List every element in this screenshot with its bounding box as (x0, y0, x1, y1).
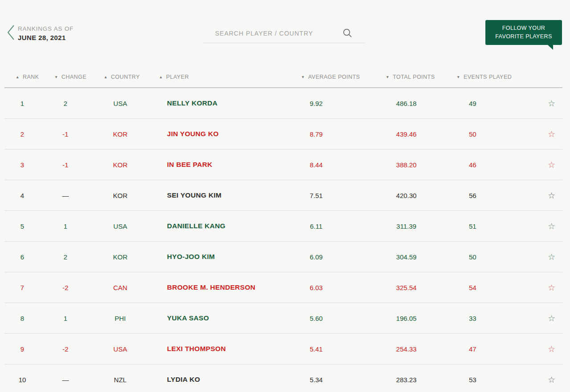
country-cell: KOR (91, 161, 150, 169)
favorite-star-button[interactable]: ☆ (548, 161, 555, 169)
column-header-average-points[interactable]: ▼ AVERAGE POINTS (289, 67, 356, 87)
total-points-cell: 304.59 (356, 253, 456, 261)
rank-cell: 3 (4, 161, 40, 169)
player-cell: HYO-JOO KIM (150, 253, 289, 261)
country-cell: NZL (91, 376, 150, 384)
column-header-label: PLAYER (166, 74, 189, 80)
favorite-star-button[interactable]: ☆ (548, 191, 555, 200)
player-cell: NELLY KORDA (150, 99, 289, 107)
average-points-cell: 7.51 (289, 192, 356, 199)
rankings-as-of-label: RANKINGS AS OF (18, 26, 73, 32)
events-played-cell: 49 (456, 100, 530, 107)
sort-asc-icon: ▲ (104, 75, 108, 79)
change-cell: -2 (40, 345, 91, 353)
column-header-total-points[interactable]: ▼ TOTAL POINTS (356, 67, 456, 87)
favorite-cell: ☆ (530, 283, 562, 292)
sort-desc-icon: ▼ (301, 75, 305, 79)
rank-cell: 5 (4, 222, 40, 230)
change-cell: — (40, 376, 91, 384)
country-cell: USA (91, 345, 150, 353)
favorite-cell: ☆ (530, 99, 562, 108)
table-row[interactable]: 6 2 KOR HYO-JOO KIM 6.09 304.59 50 ☆ (4, 241, 562, 272)
rankings-page: RANKINGS AS OF JUNE 28, 2021 FOLLOW YOUR… (0, 0, 570, 392)
player-cell: YUKA SASO (150, 314, 289, 322)
change-cell: 2 (40, 100, 91, 107)
country-cell: KOR (91, 192, 150, 199)
rankings-table: ▲ RANK ▼ CHANGE ▲ COUNTRY ▲ PLAYER ▼ AVE… (4, 67, 562, 392)
column-header-favorite (530, 67, 562, 87)
favorite-star-button[interactable]: ☆ (548, 222, 555, 230)
table-row[interactable]: 10 — NZL LYDIA KO 5.34 283.23 53 ☆ (4, 364, 562, 392)
player-cell: JIN YOUNG KO (150, 130, 289, 138)
search-field (203, 25, 365, 43)
column-header-label: EVENTS PLAYED (464, 74, 512, 80)
favorite-cell: ☆ (530, 376, 562, 384)
country-cell: USA (91, 100, 150, 107)
favorite-star-button[interactable]: ☆ (548, 130, 555, 138)
back-button[interactable] (5, 24, 17, 41)
column-header-label: CHANGE (61, 74, 86, 80)
column-header-rank[interactable]: ▲ RANK (4, 67, 40, 87)
total-points-cell: 420.30 (356, 192, 456, 199)
column-header-change[interactable]: ▼ CHANGE (40, 67, 91, 87)
favorite-cell: ☆ (530, 314, 562, 323)
search-input[interactable] (203, 25, 365, 43)
player-cell: IN BEE PARK (150, 161, 289, 169)
column-header-events-played[interactable]: ▼ EVENTS PLAYED (456, 67, 530, 87)
favorite-star-button[interactable]: ☆ (548, 99, 555, 108)
favorite-star-button[interactable]: ☆ (548, 283, 555, 292)
total-points-cell: 388.20 (356, 161, 456, 169)
total-points-cell: 486.18 (356, 100, 456, 107)
events-played-cell: 47 (456, 345, 530, 353)
favorite-star-button[interactable]: ☆ (548, 253, 555, 261)
column-header-label: AVERAGE POINTS (308, 74, 360, 80)
player-cell: LYDIA KO (150, 376, 289, 384)
table-row[interactable]: 1 2 USA NELLY KORDA 9.92 486.18 49 ☆ (4, 88, 562, 118)
country-cell: USA (91, 222, 150, 230)
total-points-cell: 283.23 (356, 376, 456, 384)
favorite-cell: ☆ (530, 130, 562, 138)
column-header-country[interactable]: ▲ COUNTRY (91, 67, 150, 87)
table-row[interactable]: 7 -2 CAN BROOKE M. HENDERSON 6.03 325.54… (4, 272, 562, 303)
change-cell: -2 (40, 284, 91, 291)
change-cell: 2 (40, 253, 91, 261)
rank-cell: 2 (4, 130, 40, 138)
average-points-cell: 6.09 (289, 253, 356, 261)
favorite-cell: ☆ (530, 191, 562, 200)
events-played-cell: 53 (456, 376, 530, 384)
favorite-star-button[interactable]: ☆ (548, 345, 555, 353)
column-header-player[interactable]: ▲ PLAYER (150, 67, 289, 87)
table-row[interactable]: 8 1 PHI YUKA SASO 5.60 196.05 33 ☆ (4, 303, 562, 333)
favorite-star-button[interactable]: ☆ (548, 376, 555, 384)
change-cell: 1 (40, 222, 91, 230)
change-cell: -1 (40, 161, 91, 169)
rank-cell: 10 (4, 376, 40, 384)
events-played-cell: 56 (456, 192, 530, 199)
player-cell: SEI YOUNG KIM (150, 191, 289, 199)
favorite-star-button[interactable]: ☆ (548, 314, 555, 323)
player-cell: DANIELLE KANG (150, 222, 289, 230)
rank-cell: 1 (4, 100, 40, 107)
search-icon[interactable] (342, 28, 352, 38)
rank-cell: 8 (4, 315, 40, 322)
table-row[interactable]: 3 -1 KOR IN BEE PARK 8.44 388.20 46 ☆ (4, 149, 562, 180)
average-points-cell: 5.41 (289, 345, 356, 353)
average-points-cell: 6.03 (289, 284, 356, 291)
events-played-cell: 50 (456, 130, 530, 138)
favorite-cell: ☆ (530, 345, 562, 353)
total-points-cell: 439.46 (356, 130, 456, 138)
follow-favorites-label: FOLLOW YOUR FAVORITE PLAYERS (488, 24, 559, 41)
change-cell: 1 (40, 315, 91, 322)
total-points-cell: 311.39 (356, 222, 456, 230)
follow-favorites-button[interactable]: FOLLOW YOUR FAVORITE PLAYERS (485, 20, 562, 45)
average-points-cell: 5.60 (289, 315, 356, 322)
table-row[interactable]: 5 1 USA DANIELLE KANG 6.11 311.39 51 ☆ (4, 210, 562, 241)
average-points-cell: 8.79 (289, 130, 356, 138)
table-row[interactable]: 9 -2 USA LEXI THOMPSON 5.41 254.33 47 ☆ (4, 333, 562, 364)
change-cell: — (40, 192, 91, 199)
average-points-cell: 9.92 (289, 100, 356, 107)
events-played-cell: 33 (456, 315, 530, 322)
table-row[interactable]: 2 -1 KOR JIN YOUNG KO 8.79 439.46 50 ☆ (4, 118, 562, 149)
sort-desc-icon: ▼ (456, 75, 460, 79)
table-row[interactable]: 4 — KOR SEI YOUNG KIM 7.51 420.30 56 ☆ (4, 180, 562, 210)
